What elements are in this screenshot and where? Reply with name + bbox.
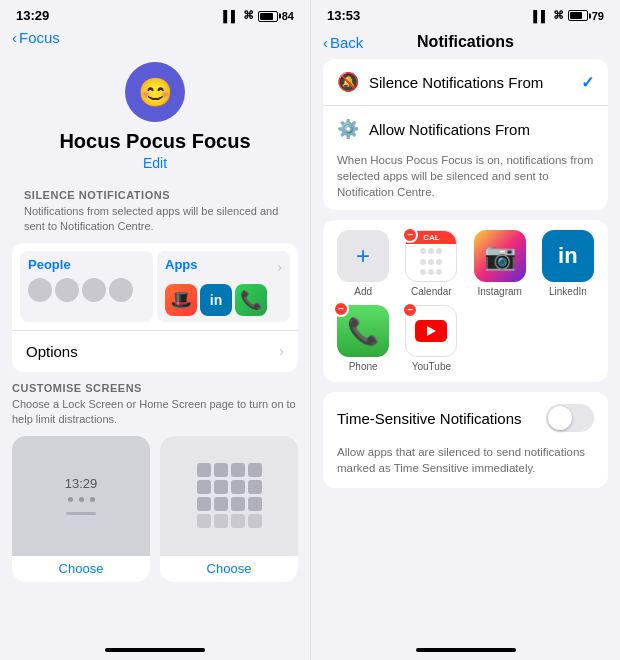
allow-option-left: ⚙️ Allow Notifications From: [337, 118, 530, 140]
silence-label: Silence Notifications From: [369, 74, 543, 91]
right-nav: ‹ Back Notifications: [311, 27, 620, 59]
options-row[interactable]: Options ›: [12, 331, 298, 372]
add-icon: +: [337, 230, 389, 282]
right-panel: 13:53 ▌▌ ⌘ 79 ‹ Back Notifications 🔕 Sil…: [310, 0, 620, 660]
add-app-cell[interactable]: + Add: [333, 230, 393, 297]
apps-grid-row1: + Add − CAL Calendar: [333, 230, 598, 297]
focus-icon: 😊: [125, 62, 185, 122]
lock-mockup-dots: [68, 497, 95, 502]
allow-label: Allow Notifications From: [369, 121, 530, 138]
home-screen-preview[interactable]: Choose: [160, 436, 298, 582]
people-tab-label: People: [28, 257, 145, 272]
linkedin-label: LinkedIn: [549, 286, 587, 297]
time-right: 13:53: [327, 8, 360, 23]
focus-title: Hocus Pocus Focus: [59, 130, 250, 153]
chevron-left-icon: ‹: [12, 29, 17, 46]
youtube-icon: −: [405, 305, 457, 357]
calendar-app-cell[interactable]: − CAL Calendar: [401, 230, 461, 297]
phone-app-cell[interactable]: − 📞 Phone: [333, 305, 393, 372]
lock-mockup-time: 13:29: [65, 476, 98, 491]
customise-desc: Choose a Lock Screen or Home Screen page…: [12, 397, 298, 428]
phone-icon: − 📞: [337, 305, 389, 357]
status-bar-left: 13:29 ▌▌ ⌘ 84: [0, 0, 310, 27]
apps-tab[interactable]: Apps › 🎩 in 📞: [157, 251, 290, 322]
options-label: Options: [26, 343, 78, 360]
silence-section: SILENCE NOTIFICATIONS Notifications from…: [0, 183, 310, 243]
check-mark-icon: ✓: [581, 73, 594, 92]
linkedin-app-cell[interactable]: in LinkedIn: [538, 230, 598, 297]
customise-section: CUSTOMISE SCREENS Choose a Lock Screen o…: [0, 382, 310, 582]
home-mockup-grid: [191, 457, 268, 534]
youtube-app-cell[interactable]: − YouTube: [401, 305, 461, 372]
back-label-left: Focus: [19, 29, 60, 46]
left-panel: 13:29 ▌▌ ⌘ 84 ‹ Focus 😊 Hocus Pocus Focu…: [0, 0, 310, 660]
gear-icon: ⚙️: [337, 118, 359, 140]
back-focus-link[interactable]: ‹ Focus: [12, 29, 298, 46]
time-sensitive-row: Time-Sensitive Notifications: [323, 392, 608, 444]
avatar-row: [28, 278, 145, 302]
instagram-app-cell[interactable]: 📷 Instagram: [470, 230, 530, 297]
app-icon-linkedin-small: in: [200, 284, 232, 316]
customise-header: CUSTOMISE SCREENS: [12, 382, 298, 394]
wifi-icon-right: ⌘: [553, 9, 564, 22]
battery-percent-left: 84: [282, 10, 294, 22]
avatar-3: [82, 278, 106, 302]
yt-triangle-icon: [427, 326, 436, 336]
battery-percent-right: 79: [592, 10, 604, 22]
notification-options-card: 🔕 Silence Notifications From ✓ ⚙️ Allow …: [323, 59, 608, 210]
focus-header: 😊 Hocus Pocus Focus Edit: [0, 52, 310, 183]
nav-bar-left: ‹ Focus: [0, 27, 310, 52]
linkedin-icon: in: [542, 230, 594, 282]
signal-icon-right: ▌▌: [533, 10, 549, 22]
status-icons-left: ▌▌ ⌘ 84: [223, 9, 294, 22]
apps-tab-label: Apps: [165, 257, 198, 272]
app-icon-phone-small: 📞: [235, 284, 267, 316]
silence-option-left: 🔕 Silence Notifications From: [337, 71, 543, 93]
allow-option-row[interactable]: ⚙️ Allow Notifications From: [323, 106, 608, 152]
people-tab[interactable]: People: [20, 251, 153, 322]
home-screen-mockup: [160, 436, 298, 556]
silence-desc: Notifications from selected apps will be…: [12, 204, 298, 243]
screens-row: 13:29 Choose: [12, 436, 298, 582]
page-title-right: Notifications: [417, 33, 514, 51]
youtube-label: YouTube: [412, 361, 451, 372]
wifi-icon: ⌘: [243, 9, 254, 22]
notif-desc: When Hocus Pocus Focus is on, notificati…: [323, 152, 608, 210]
signal-icon: ▌▌: [223, 10, 239, 22]
focus-edit-button[interactable]: Edit: [143, 155, 167, 171]
bell-slash-icon: 🔕: [337, 71, 359, 93]
calendar-label: Calendar: [411, 286, 452, 297]
avatar-2: [55, 278, 79, 302]
people-apps-card: People Apps › 🎩 in: [12, 243, 298, 372]
add-label: Add: [354, 286, 372, 297]
time-sensitive-toggle[interactable]: [546, 404, 594, 432]
app-icons-row: 🎩 in 📞: [165, 284, 282, 316]
battery-icon-right: [568, 10, 588, 21]
time-sensitive-card: Time-Sensitive Notifications Allow apps …: [323, 392, 608, 488]
back-label-right: Back: [330, 34, 363, 51]
home-indicator-left: [105, 648, 205, 652]
home-screen-choose[interactable]: Choose: [207, 556, 252, 582]
apps-chevron-icon: ›: [277, 259, 282, 275]
status-icons-right: ▌▌ ⌘ 79: [533, 9, 604, 22]
calendar-icon: − CAL: [405, 230, 457, 282]
silence-header: SILENCE NOTIFICATIONS: [12, 183, 298, 204]
lock-mockup-bar: [66, 512, 96, 515]
chevron-left-icon-right: ‹: [323, 34, 328, 51]
toggle-knob: [548, 406, 572, 430]
focus-emoji: 😊: [138, 76, 173, 109]
plus-icon: +: [356, 242, 370, 270]
apps-grid-row2: − 📞 Phone − YouTube: [333, 305, 598, 372]
phone-label: Phone: [349, 361, 378, 372]
instagram-label: Instagram: [477, 286, 521, 297]
lock-screen-choose[interactable]: Choose: [59, 556, 104, 582]
home-indicator-right: [416, 648, 516, 652]
status-bar-right: 13:53 ▌▌ ⌘ 79: [311, 0, 620, 27]
time-left: 13:29: [16, 8, 49, 23]
lock-screen-preview[interactable]: 13:29 Choose: [12, 436, 150, 582]
battery-indicator: [258, 10, 278, 22]
back-button-right[interactable]: ‹ Back: [323, 34, 363, 51]
avatar-4: [109, 278, 133, 302]
silence-option-row[interactable]: 🔕 Silence Notifications From ✓: [323, 59, 608, 106]
apps-grid-card: + Add − CAL Calendar: [323, 220, 608, 382]
